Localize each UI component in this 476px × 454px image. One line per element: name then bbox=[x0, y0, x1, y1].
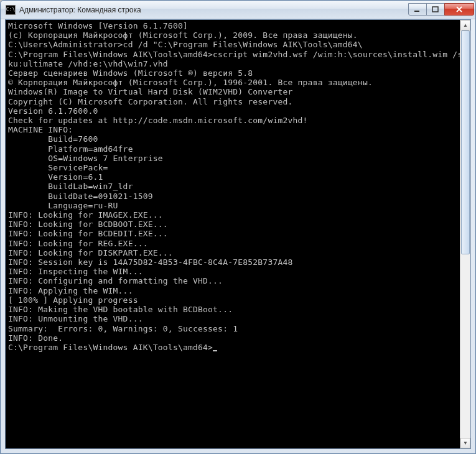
terminal-output[interactable]: Microsoft Windows [Version 6.1.7600](c) … bbox=[6, 20, 460, 448]
terminal-line: INFO: Looking for BCDBOOT.EXE... bbox=[8, 220, 457, 229]
svg-rect-0 bbox=[414, 11, 419, 12]
scroll-track[interactable] bbox=[460, 30, 470, 438]
terminal-line: ku:ultimate /vhd:e:\vhd\win7.vhd bbox=[8, 59, 457, 68]
close-icon bbox=[455, 6, 463, 12]
terminal-line: INFO: Configuring and formatting the VHD… bbox=[8, 276, 457, 285]
terminal-line: C:\Program Files\Windows AIK\Tools\amd64… bbox=[8, 50, 457, 59]
content-frame: Microsoft Windows [Version 6.1.7600](c) … bbox=[5, 19, 471, 449]
terminal-line: INFO: Inspecting the WIM... bbox=[8, 267, 457, 276]
terminal-line: BuildDate=091021-1509 bbox=[8, 192, 457, 201]
terminal-line: Build=7600 bbox=[8, 134, 457, 144]
terminal-line: Check for updates at http://code.msdn.mi… bbox=[8, 116, 457, 125]
terminal-line: Copyright (C) Microsoft Corporation. All… bbox=[8, 97, 457, 106]
terminal-line: INFO: Unmounting the VHD... bbox=[8, 314, 457, 323]
terminal-line: INFO: Looking for DISKPART.EXE... bbox=[8, 248, 457, 257]
terminal-line: INFO: Making the VHD bootable with BCDBo… bbox=[8, 305, 457, 314]
terminal-line: Version=6.1 bbox=[8, 172, 457, 182]
terminal-line: BuildLab=win7_ldr bbox=[8, 182, 457, 191]
terminal-line: INFO: Looking for IMAGEX.EXE... bbox=[8, 210, 457, 220]
terminal-line: Сервер сценариев Windows (Microsoft ®) в… bbox=[8, 68, 457, 78]
cursor bbox=[213, 350, 217, 351]
terminal-line: INFO: Looking for BCDEDIT.EXE... bbox=[8, 229, 457, 238]
terminal-line: C:\Program Files\Windows AIK\Tools\amd64… bbox=[8, 343, 457, 352]
close-button[interactable] bbox=[444, 3, 474, 16]
terminal-line: (c) Корпорация Майкрософт (Microsoft Cor… bbox=[8, 30, 457, 40]
terminal-line: MACHINE INFO: bbox=[8, 125, 457, 134]
terminal-line: C:\Users\Administrator>cd /d "C:\Program… bbox=[8, 40, 457, 49]
scroll-down-button[interactable]: ▼ bbox=[460, 438, 470, 448]
terminal-line: Language=ru-RU bbox=[8, 201, 457, 210]
terminal-line: [ 100% ] Applying progress bbox=[8, 295, 457, 305]
terminal-line: INFO: Looking for REG.EXE... bbox=[8, 239, 457, 248]
terminal-line: © Корпорация Майкрософт (Microsoft Corp.… bbox=[8, 78, 457, 87]
terminal-line: Version 6.1.7600.0 bbox=[8, 106, 457, 116]
window-title: Администратор: Командная строка bbox=[19, 6, 409, 14]
maximize-icon bbox=[432, 6, 439, 12]
terminal-line: Summary: Errors: 0, Warnings: 0, Success… bbox=[8, 324, 457, 333]
svg-rect-1 bbox=[432, 7, 438, 12]
scroll-up-button[interactable]: ▲ bbox=[460, 20, 470, 30]
scroll-thumb[interactable] bbox=[461, 30, 470, 254]
minimize-icon bbox=[414, 6, 421, 12]
terminal-line: INFO: Session key is 14A75D82-4B53-4FBC-… bbox=[8, 257, 457, 267]
window-controls bbox=[409, 3, 474, 17]
titlebar[interactable]: C:\ Администратор: Командная строка bbox=[1, 1, 475, 19]
terminal-line: Platform=amd64fre bbox=[8, 144, 457, 154]
terminal-line: OS=Windows 7 Enterprise bbox=[8, 154, 457, 163]
vertical-scrollbar[interactable]: ▲ ▼ bbox=[460, 20, 470, 448]
app-icon: C:\ bbox=[6, 5, 16, 15]
terminal-line: Windows(R) Image to Virtual Hard Disk (W… bbox=[8, 87, 457, 96]
minimize-button[interactable] bbox=[408, 3, 427, 16]
terminal-line: INFO: Applying the WIM... bbox=[8, 286, 457, 295]
terminal-line: ServicePack= bbox=[8, 163, 457, 172]
maximize-button[interactable] bbox=[426, 3, 445, 16]
terminal-line: Microsoft Windows [Version 6.1.7600] bbox=[8, 21, 457, 30]
cmd-window: C:\ Администратор: Командная строка Micr… bbox=[0, 0, 476, 454]
terminal-line: INFO: Done. bbox=[8, 333, 457, 343]
